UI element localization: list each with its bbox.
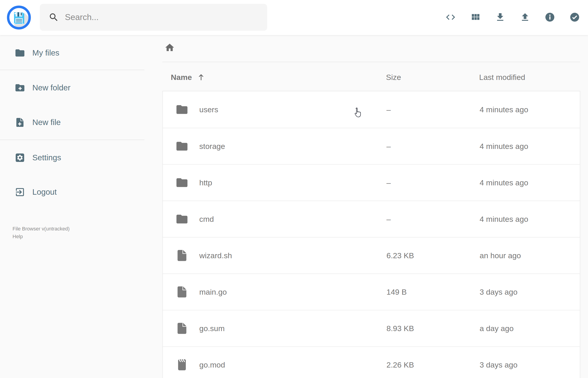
check-circle-icon xyxy=(569,12,580,23)
file-name: http xyxy=(199,178,212,187)
file-modified: 3 days ago xyxy=(480,361,517,369)
upload-icon xyxy=(520,12,530,23)
file-icon xyxy=(175,285,188,298)
search-icon xyxy=(49,12,59,23)
logout-icon xyxy=(14,187,25,197)
folder-icon xyxy=(175,140,188,153)
file-row-main-go[interactable]: main.go 149 B 3 days ago xyxy=(163,273,580,310)
folder-icon xyxy=(175,213,188,226)
sidebar-item-label: My files xyxy=(32,48,59,57)
listing-header: Name Size Last modified xyxy=(162,72,580,82)
header-actions xyxy=(441,8,584,26)
info-icon xyxy=(545,12,555,23)
sidebar-item-my-files[interactable]: My files xyxy=(0,41,144,64)
file-plus-icon xyxy=(14,117,25,128)
search-bar[interactable] xyxy=(40,4,267,31)
file-size: 2.26 KB xyxy=(387,361,414,369)
arrow-up-icon xyxy=(197,73,206,82)
folder-icon xyxy=(14,48,25,58)
file-name: go.sum xyxy=(199,324,225,333)
info-button[interactable] xyxy=(541,8,559,26)
sidebar-item-new-file[interactable]: New file xyxy=(0,111,144,134)
sort-by-modified-header[interactable]: Last modified xyxy=(479,73,525,82)
file-row-go-mod[interactable]: go.mod 2.26 KB 3 days ago xyxy=(163,346,580,378)
top-header xyxy=(0,0,588,35)
sidebar-divider xyxy=(0,70,144,70)
folder-icon xyxy=(175,176,188,189)
gear-icon xyxy=(14,152,25,163)
search-input[interactable] xyxy=(65,12,256,22)
upload-button[interactable] xyxy=(516,8,534,26)
file-list: users – 4 minutes ago storage – 4 minute… xyxy=(162,91,580,378)
file-modified: 4 minutes ago xyxy=(480,105,528,114)
file-row-users[interactable]: users – 4 minutes ago xyxy=(163,91,580,128)
file-modified: 4 minutes ago xyxy=(480,178,528,187)
file-name: storage xyxy=(199,142,225,151)
file-row-wizard-sh[interactable]: wizard.sh 6.23 KB an hour ago xyxy=(163,237,580,273)
file-size: – xyxy=(387,142,391,151)
file-name: main.go xyxy=(199,288,227,297)
file-modified: a day ago xyxy=(480,324,514,333)
file-modified: an hour ago xyxy=(480,251,521,260)
download-button[interactable] xyxy=(491,8,509,26)
file-row-go-sum[interactable]: go.sum 8.93 KB a day ago xyxy=(163,310,580,346)
file-modified: 4 minutes ago xyxy=(480,215,528,224)
sidebar-item-label: Settings xyxy=(32,153,61,162)
file-name: cmd xyxy=(199,215,214,224)
sidebar-footer: File Browser v(untracked) Help xyxy=(0,225,144,241)
file-size: 149 B xyxy=(387,288,407,297)
file-size: 6.23 KB xyxy=(387,251,414,260)
sidebar-item-settings[interactable]: Settings xyxy=(0,146,144,169)
file-size: – xyxy=(387,215,391,224)
file-name: go.mod xyxy=(199,361,225,369)
sidebar-item-label: New file xyxy=(32,118,61,127)
file-name: users xyxy=(199,105,218,114)
file-icon xyxy=(175,249,188,262)
code-icon xyxy=(445,12,456,23)
sidebar-divider xyxy=(0,140,144,140)
file-icon xyxy=(175,322,188,335)
sidebar-item-new-folder[interactable]: New folder xyxy=(0,76,144,99)
sidebar-item-logout[interactable]: Logout xyxy=(0,181,144,203)
breadcrumb-divider xyxy=(162,62,580,62)
file-modified: 4 minutes ago xyxy=(480,142,528,151)
sidebar: My files New folder New file Settings Lo… xyxy=(0,35,144,241)
app-logo-floppy-icon[interactable] xyxy=(7,5,31,30)
file-size: – xyxy=(387,105,391,114)
version-text: File Browser v(untracked) xyxy=(13,226,70,231)
sidebar-item-label: New folder xyxy=(32,83,70,92)
sort-by-name-header[interactable]: Name xyxy=(171,73,206,82)
home-icon xyxy=(164,42,175,53)
file-row-http[interactable]: http – 4 minutes ago xyxy=(163,164,580,201)
video-file-icon xyxy=(175,358,188,371)
file-size: – xyxy=(387,178,391,187)
file-size: 8.93 KB xyxy=(387,324,414,333)
sort-by-size-header[interactable]: Size xyxy=(386,73,401,82)
raw-view-button[interactable] xyxy=(441,8,460,26)
grid-icon xyxy=(470,12,481,23)
folder-icon xyxy=(175,103,188,116)
breadcrumb-home-button[interactable] xyxy=(164,42,175,53)
help-link[interactable]: Help xyxy=(13,234,23,239)
folder-plus-icon xyxy=(14,82,25,93)
file-name: wizard.sh xyxy=(199,251,232,260)
download-icon xyxy=(495,12,506,23)
file-modified: 3 days ago xyxy=(480,288,517,297)
select-multiple-button[interactable] xyxy=(565,8,584,26)
file-row-storage[interactable]: storage – 4 minutes ago xyxy=(163,128,580,164)
sidebar-item-label: Logout xyxy=(32,188,57,197)
file-row-cmd[interactable]: cmd – 4 minutes ago xyxy=(163,201,580,237)
switch-view-button[interactable] xyxy=(466,8,484,26)
file-listing-area: Name Size Last modified users – 4 minute… xyxy=(144,35,588,378)
